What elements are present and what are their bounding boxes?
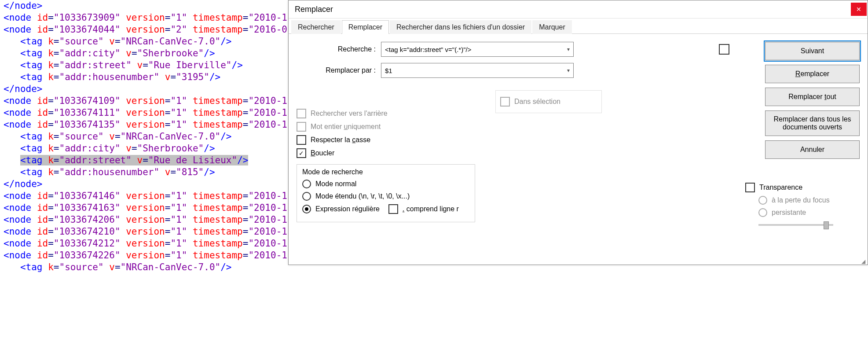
code-line[interactable]: <tag k="addr:street" v="Rue de Lisieux"/… — [0, 154, 288, 166]
code-line[interactable]: <tag k="source" v="NRCan-CanVec-7.0"/> — [0, 261, 288, 273]
next-button[interactable]: Suivant — [765, 42, 860, 60]
chevron-down-icon: ▾ — [567, 67, 570, 74]
backward-label: Rechercher vers l'arrière — [311, 110, 388, 118]
dialog-tabs: RechercherRemplacerRechercher dans les f… — [289, 18, 868, 34]
code-line[interactable]: <tag k="addr:city" v="Sherbrooke"/> — [0, 48, 288, 59]
radio-icon — [758, 196, 767, 205]
code-line[interactable]: <tag k="addr:housenumber" v="815"/> — [0, 166, 288, 178]
code-line[interactable]: <node id="1033674210" version="1" timest… — [0, 226, 288, 238]
transparency-group: Transparence à la perte du focus persist… — [745, 179, 860, 226]
mode-regex-radio[interactable]: Expression régulière . comprend ligne r — [302, 204, 469, 214]
checkbox-icon — [297, 109, 306, 118]
search-mode-title: Mode de recherche — [302, 168, 469, 176]
dialog-title: Remplacer — [295, 5, 333, 14]
code-line[interactable]: </node> — [0, 178, 288, 190]
tab-rechercher-dans-les-fichiers-d-un-dossier[interactable]: Rechercher dans les fichiers d'un dossie… — [390, 20, 531, 34]
wrap-label: Boucler — [311, 149, 334, 157]
code-line[interactable]: </node> — [0, 0, 288, 12]
search-mode-group: Mode de recherche Mode normal Mode étend… — [297, 164, 475, 222]
cancel-button[interactable]: Annuler — [765, 140, 860, 159]
code-line[interactable]: <tag k="source" v="NRCan-CanVec-7.0"/> — [0, 36, 288, 48]
mode-normal-radio[interactable]: Mode normal — [302, 180, 469, 188]
chevron-down-icon: ▾ — [567, 46, 570, 52]
radio-dot-icon — [305, 207, 308, 211]
close-button[interactable]: ✕ — [851, 3, 867, 16]
replace-all-docs-button[interactable]: Remplacer dans tous les documents ouvert… — [765, 110, 860, 136]
replace-value: $1 — [385, 67, 392, 74]
code-line[interactable]: <node id="1033673909" version="1" timest… — [0, 12, 288, 24]
checkbox-icon — [500, 97, 510, 107]
mode-normal-label: Mode normal — [315, 180, 356, 188]
transparency-slider[interactable] — [758, 224, 833, 226]
resize-grip-icon[interactable]: ◢ — [861, 258, 867, 264]
code-line[interactable]: <node id="1033674111" version="1" timest… — [0, 107, 288, 119]
tab-remplacer[interactable]: Remplacer — [342, 20, 389, 34]
in-selection-checkbox: Dans sélection — [500, 97, 597, 107]
code-line[interactable]: <tag k="addr:city" v="Sherbrooke"/> — [0, 143, 288, 154]
code-line[interactable]: <node id="1033674212" version="1" timest… — [0, 238, 288, 250]
transparency-persistent-label: persistante — [772, 209, 806, 217]
radio-icon — [758, 208, 767, 217]
checkbox-icon — [745, 183, 755, 192]
code-line[interactable]: </node> — [0, 83, 288, 95]
transparency-label: Transparence — [759, 184, 802, 191]
tab-marquer[interactable]: Marquer — [532, 20, 572, 34]
mode-extended-radio[interactable]: Mode étendu (\n, \r, \t, \0, \x...) — [302, 192, 469, 201]
transparency-persistent-radio: persistante — [758, 208, 860, 217]
search-extra-checkbox[interactable] — [719, 44, 729, 55]
code-line[interactable]: <node id="1033674044" version="2" timest… — [0, 24, 288, 36]
next-button-label: Suivant — [801, 47, 824, 55]
code-line[interactable]: <tag k="source" v="NRCan-CanVec-7.0"/> — [0, 131, 288, 143]
button-column: Suivant Remplacer Remplacer tout Remplac… — [765, 42, 860, 159]
checkbox-icon — [297, 122, 306, 132]
radio-icon — [302, 180, 311, 188]
radio-icon — [302, 192, 311, 201]
replace-dialog: Remplacer ✕ RechercherRemplacerRecherche… — [288, 0, 868, 265]
checkbox-icon — [388, 204, 398, 214]
in-selection-row: Dans sélection — [495, 90, 602, 113]
code-line[interactable]: <node id="1033674206" version="1" timest… — [0, 214, 288, 226]
code-line[interactable]: <tag k="addr:street" v="Rue Iberville"/> — [0, 59, 288, 71]
search-input[interactable]: <tag k="addr:street" v="(.*)"/> ▾ — [381, 42, 574, 57]
mode-regex-label: Expression régulière — [315, 205, 380, 213]
tab-rechercher[interactable]: Rechercher — [291, 20, 341, 34]
dialog-body: Recherche : <tag k="addr:street" v="(.*)… — [289, 34, 868, 227]
slider-thumb-icon — [824, 221, 829, 229]
replace-input[interactable]: $1 ▾ — [381, 63, 574, 78]
cancel-button-label: Annuler — [800, 146, 824, 154]
code-line[interactable]: <tag k="addr:housenumber" v="3195"/> — [0, 71, 288, 83]
code-line[interactable]: <node id="1033674135" version="1" timest… — [0, 119, 288, 131]
radio-icon — [302, 205, 311, 213]
transparency-focus-radio: à la perte du focus — [758, 196, 860, 205]
replace-all-docs-label: Remplacer dans tous les documents ouvert… — [768, 115, 857, 131]
checkbox-icon: ✓ — [297, 148, 306, 158]
dot-newline-label: . comprend ligne r — [403, 205, 459, 213]
close-icon: ✕ — [856, 6, 861, 13]
replace-button[interactable]: Remplacer — [765, 65, 860, 83]
dialog-titlebar: Remplacer ✕ — [289, 0, 868, 18]
code-line[interactable]: <node id="1033674226" version="1" timest… — [0, 250, 288, 261]
transparency-checkbox[interactable]: Transparence — [745, 183, 860, 192]
dot-newline-checkbox[interactable]: . comprend ligne r — [388, 204, 459, 214]
code-editor[interactable]: </node><node id="1033673909" version="1"… — [0, 0, 288, 342]
replace-all-button-label: Remplacer tout — [788, 93, 836, 101]
transparency-focus-label: à la perte du focus — [772, 196, 830, 204]
code-line[interactable]: <node id="1033674146" version="1" timest… — [0, 190, 288, 202]
replace-label: Remplacer par : — [297, 66, 381, 74]
search-value: <tag k="addr:street" v="(.*)"/> — [385, 46, 471, 53]
checkbox-icon — [297, 135, 306, 145]
in-selection-label: Dans sélection — [514, 98, 560, 106]
whole-word-label: Mot entier uniquement — [311, 123, 381, 131]
search-label: Recherche : — [297, 45, 381, 53]
replace-button-label: Remplacer — [795, 70, 829, 78]
replace-all-button[interactable]: Remplacer tout — [765, 88, 860, 106]
code-line[interactable]: <node id="1033674163" version="1" timest… — [0, 202, 288, 214]
match-case-label: Respecter la casse — [311, 136, 370, 144]
code-line[interactable]: <node id="1033674109" version="1" timest… — [0, 95, 288, 107]
mode-extended-label: Mode étendu (\n, \r, \t, \0, \x...) — [315, 192, 410, 200]
